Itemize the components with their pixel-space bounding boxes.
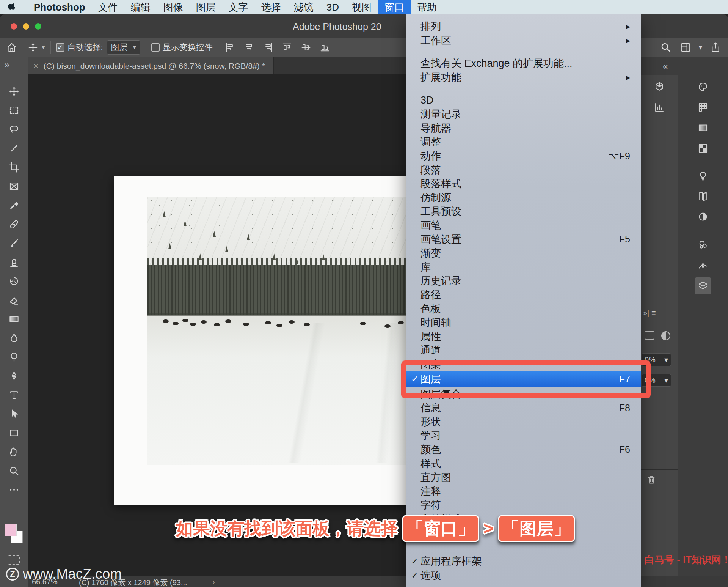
menubar-item[interactable]: Photoshop [27,0,92,14]
move-tool-chevron-icon[interactable]: ▾ [42,43,45,51]
healing-tool-icon[interactable] [6,216,22,233]
menu-item[interactable]: 属性 [406,329,641,343]
crop-tool-icon[interactable] [6,159,22,176]
align-top-icon[interactable] [281,41,293,54]
align-center-h-icon[interactable] [243,41,256,54]
foreground-color-swatch[interactable] [5,524,17,536]
palette-panel-icon[interactable] [695,79,711,95]
home-icon[interactable] [5,41,18,54]
marquee-tool-icon[interactable] [6,102,22,119]
workspace-icon[interactable] [679,41,692,54]
menu-item[interactable]: 测量记录 [406,107,641,121]
close-window-button[interactable] [11,23,17,30]
blur-tool-icon[interactable] [6,330,22,346]
menu-item[interactable]: 路径 [406,288,641,302]
clone-stamp-tool-icon[interactable] [6,254,22,271]
menu-item[interactable]: 字符 [406,498,641,512]
eyedropper-tool-icon[interactable] [6,197,22,214]
menubar-item[interactable]: 编辑 [124,0,157,14]
status-expand-icon[interactable]: › [212,578,215,586]
menu-item[interactable]: 画笔设置F5 [406,232,641,246]
menubar-item[interactable]: 帮助 [411,0,443,14]
share-icon[interactable] [709,41,722,54]
menubar-item[interactable]: 窗口 [378,0,411,14]
menu-item[interactable]: 样式 [406,456,641,471]
fill-adjust-icon[interactable] [661,331,670,340]
menu-item[interactable]: ✓应用程序框架 [406,554,641,568]
align-right-icon[interactable] [262,41,275,54]
bulb-panel-icon[interactable] [695,167,711,184]
menubar-item[interactable]: 视图 [345,0,378,14]
menu-item[interactable]: 工作区▸ [406,34,641,48]
adjustment-icon[interactable] [645,331,654,340]
type-tool-icon[interactable] [6,387,22,403]
menu-item[interactable]: 工具预设 [406,205,641,219]
document-tab[interactable]: × (C) bison_downloadable-asset.psd @ 66.… [28,57,274,74]
move-tool-options-icon[interactable] [27,41,39,54]
layers-panel-icon[interactable] [695,277,711,294]
lasso-tool-icon[interactable] [6,121,22,138]
menu-item[interactable]: 色板 [406,302,641,316]
half-circle-panel-icon[interactable] [695,208,711,225]
menu-item[interactable]: 形状 [406,415,641,429]
menu-item[interactable]: 学习 [406,429,641,443]
zoom-tool-icon[interactable] [6,463,22,479]
chart-panel-icon[interactable] [651,99,668,116]
dodge-tool-icon[interactable] [6,349,22,365]
align-left-icon[interactable] [224,41,237,54]
eraser-tool-icon[interactable] [6,292,22,308]
gradient-tool-icon[interactable] [6,311,22,327]
menu-item[interactable]: 时间轴 [406,316,641,330]
frame-tool-icon[interactable] [6,178,22,195]
menu-item[interactable]: 通道 [406,343,641,357]
menu-item[interactable]: 画笔 [406,219,641,233]
menu-item[interactable]: 历史记录 [406,274,641,288]
menubar-item[interactable]: 滤镜 [287,0,320,14]
chevron-down-icon[interactable]: ▾ [699,43,702,52]
menu-item[interactable]: 排列▸ [406,20,641,34]
trash-icon[interactable] [646,474,657,485]
menu-item[interactable]: 段落 [406,163,641,177]
object-select-tool-icon[interactable] [6,140,22,157]
gradient-sq-panel-icon[interactable] [695,120,711,136]
path-select-tool-icon[interactable] [6,406,22,422]
menu-item[interactable]: 调整 [406,135,641,149]
pattern-panel-icon[interactable] [695,140,711,157]
menubar-item[interactable]: 3D [320,0,345,14]
menubar-item[interactable]: 文字 [222,0,255,14]
menubar-item[interactable]: 文件 [92,0,124,14]
cube-panel-icon[interactable] [651,79,668,95]
menu-item[interactable]: 段落样式 [406,177,641,191]
libraries-panel-icon[interactable] [695,188,711,205]
close-tab-icon[interactable]: × [33,61,38,71]
brush-tool-icon[interactable] [6,235,22,252]
minimize-window-button[interactable] [23,23,29,30]
menu-item[interactable]: 扩展功能▸ [406,71,641,85]
align-center-v-icon[interactable] [300,41,312,54]
show-transform-checkbox[interactable] [151,43,160,52]
swatches-panel-icon[interactable] [695,99,711,116]
shape-tool-icon[interactable] [6,425,22,441]
menu-item[interactable]: 仿制源 [406,191,641,205]
menu-item[interactable]: 库 [406,260,641,274]
auto-select-checkbox[interactable]: ✓ [56,43,64,52]
menubar-item[interactable]: 选择 [255,0,287,14]
menu-item[interactable]: 注释 [406,484,641,498]
move-tool-icon[interactable] [6,83,22,100]
collapse-panels-icon[interactable]: « [663,61,668,72]
sphere-panel-icon[interactable] [695,236,711,253]
menu-item[interactable]: 渐变 [406,246,641,260]
pen-tool-icon[interactable] [6,368,22,384]
menu-item[interactable]: 颜色F6 [406,443,641,457]
menu-item[interactable]: 导航器 [406,121,641,135]
pen-path-panel-icon[interactable] [695,257,711,274]
menu-item[interactable]: 3D [406,93,641,107]
search-icon[interactable] [659,41,672,54]
menu-item[interactable]: ✓选项 [406,568,641,582]
history-brush-tool-icon[interactable] [6,273,22,290]
layers-panel-mini-header[interactable]: »| ≡ [643,308,656,317]
menu-item[interactable]: 动作⌥F9 [406,149,641,163]
menu-item[interactable]: 查找有关 Exchange 的扩展功能... [406,57,641,71]
menubar-item[interactable]: 图像 [157,0,190,14]
hand-tool-icon[interactable] [6,444,22,460]
